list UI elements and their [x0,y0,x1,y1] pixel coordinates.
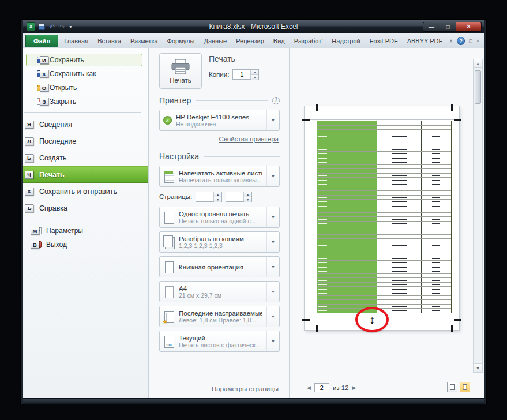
scrollbar-track[interactable] [474,68,482,363]
keytip-badge: В [31,241,39,249]
setting-dropdown[interactable]: Односторонняя печать Печать только на од… [159,207,280,228]
sidebar-command[interactable]: И Сохранить [23,53,148,67]
zoom-to-page-button[interactable] [460,382,470,392]
green-cell [317,230,377,234]
setting-dropdown[interactable]: Текущий Печать листов с фактическ... ▼ [159,331,280,352]
setting-dropdown[interactable]: Разобрать по копиям 1,2,3 1,2,3 1,2,3 ▼ [159,231,280,253]
spin-up-icon[interactable]: ▲ [251,70,258,74]
data-cell [422,182,451,186]
qat-customize-caret-icon[interactable]: ▼ [69,25,73,29]
data-cell [377,156,422,160]
green-cell [317,247,377,252]
resize-vertical-cursor-icon: ↕ [366,313,378,327]
ribbon-tab[interactable]: Файл [25,35,58,47]
data-cell [422,152,451,156]
margin-handle[interactable] [454,319,461,321]
ribbon-tab[interactable]: Разметка [126,35,163,47]
margin-handle[interactable] [302,319,310,321]
spin-down-icon[interactable]: ▼ [251,74,258,80]
ribbon-tab[interactable]: Данные [199,35,231,47]
margin-handle[interactable] [454,119,461,121]
data-cell [377,291,422,295]
pages-to-input[interactable] [226,192,243,201]
margin-handle[interactable] [316,104,318,111]
info-icon[interactable]: i [272,97,280,104]
redo-button[interactable]: ↷ [58,22,66,31]
scrollbar-thumb[interactable] [475,70,481,104]
close-button[interactable]: × [456,22,482,32]
margin-handle[interactable] [316,325,318,332]
minimize-button[interactable]: — [423,22,440,32]
ribbon-tab[interactable]: Foxit PDF [365,35,403,47]
sidebar-tab[interactable]: Ъ Справка [23,200,148,216]
save-button[interactable] [37,22,46,31]
setting-dropdown[interactable]: Книжная ориентация ▼ [159,256,280,278]
data-cell [422,174,451,178]
green-cell [317,156,377,160]
sidebar-tab[interactable]: Ч Печать [23,166,148,183]
margin-handle[interactable] [451,104,453,111]
green-cell [317,147,377,151]
scroll-down-icon[interactable]: ▼ [474,363,482,372]
sidebar-tab[interactable]: Л Последние [23,133,148,149]
doc-restore-icon[interactable]: □ [469,38,472,44]
pages-from-input[interactable] [196,192,213,201]
setting-dropdown[interactable]: Напечатать активные листы Напечатать тол… [159,166,280,187]
sidebar-tab[interactable]: Я Сведения [23,116,148,133]
right-margin-line[interactable] [452,106,452,330]
sidebar-command[interactable]: М Параметры [23,224,148,238]
current-page-input[interactable] [314,383,329,392]
data-cell [377,265,422,269]
ribbon-tab[interactable]: Рецензир [231,35,269,47]
data-cell [377,230,422,234]
ribbon-tab[interactable]: Вставка [93,35,126,47]
ribbon-tab[interactable]: ABBYY PDF [403,35,448,47]
previous-page-icon[interactable]: ◀ [307,385,311,391]
sidebar-command[interactable]: О Открыть [23,81,148,95]
next-page-icon[interactable]: ▶ [352,385,356,391]
page-setup-link[interactable]: Параметры страницы [159,385,279,392]
show-margins-button[interactable] [447,382,457,392]
ribbon-right-controls: ∧ ? □ × [449,37,484,45]
table-row [317,230,451,235]
setting-dropdown[interactable]: A4 21 см x 29,7 см ▼ [159,281,280,302]
ribbon-tab[interactable]: Разработ' [290,35,328,47]
spin-up-icon[interactable]: ▲ [244,192,251,197]
print-button[interactable]: Печать [159,53,202,89]
setting-dropdown[interactable]: Последние настраиваемые ... Левое: 1,8 с… [159,306,280,327]
excel-logo-icon[interactable]: X [27,22,35,31]
printer-dropdown[interactable]: ✓ HP Deskjet F4100 series Не подключен ▼ [159,110,280,131]
doc-close-icon[interactable]: × [476,38,479,44]
green-cell [317,265,377,269]
margin-handle[interactable] [451,325,453,332]
ribbon-tab[interactable]: Вид [269,35,290,47]
top-margin-line[interactable] [305,119,459,120]
restore-button[interactable]: □ [440,22,456,32]
data-cell [377,178,422,182]
undo-button[interactable]: ↶ [48,22,56,31]
sidebar-command[interactable]: В Выход [23,238,148,252]
help-icon[interactable]: ? [457,37,465,45]
ribbon-tab[interactable]: Надстрой [327,35,365,47]
green-cell [317,261,377,265]
copies-input[interactable] [233,70,250,79]
spin-down-icon[interactable]: ▼ [244,197,251,202]
data-cell [377,217,422,221]
green-cell [317,134,377,138]
green-cell [317,222,377,226]
green-cell [317,256,377,260]
printer-properties-link[interactable]: Свойства принтера [159,136,279,142]
margin-handle[interactable] [302,119,310,121]
data-cell [422,243,451,247]
sidebar-command[interactable]: З Закрыть [23,95,148,108]
spin-down-icon[interactable]: ▼ [214,197,221,202]
sidebar-tab[interactable]: Х Сохранить и отправить [23,183,148,200]
sidebar-command[interactable]: К Сохранить как [23,67,148,81]
sidebar-tab[interactable]: Ь Создать [23,149,148,166]
pages-label: Страницы: [159,193,192,200]
ribbon-tab[interactable]: Главная [59,35,93,47]
minimize-ribbon-icon[interactable]: ∧ [449,38,453,44]
scroll-up-icon[interactable]: ▲ [474,59,482,68]
spin-up-icon[interactable]: ▲ [214,192,221,197]
ribbon-tab[interactable]: Формулы [163,35,200,47]
